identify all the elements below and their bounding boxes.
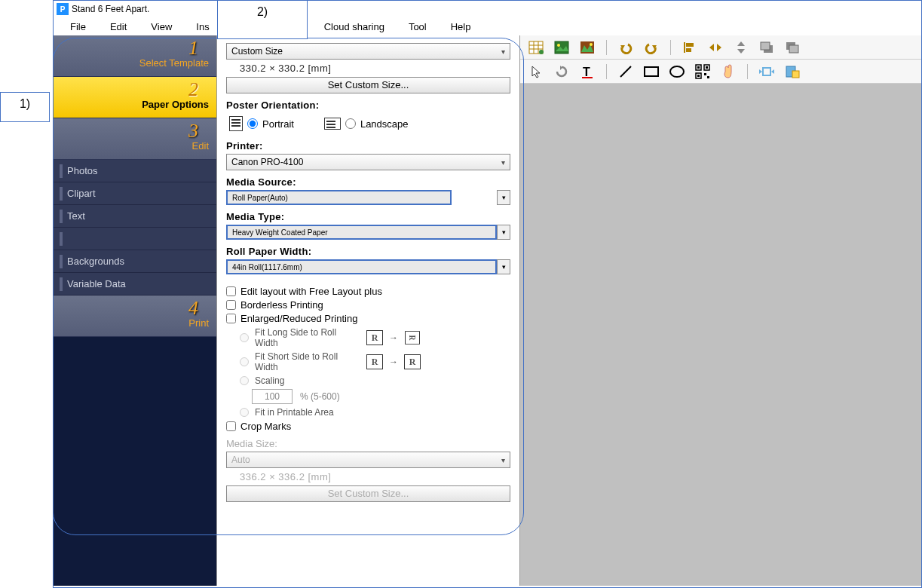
fit-printable-radio[interactable]: Fit in Printable Area (240, 407, 510, 418)
step-select-template[interactable]: 1 Select Template (54, 35, 216, 77)
svg-point-7 (557, 44, 560, 47)
borderless-checkbox[interactable] (226, 300, 236, 310)
svg-rect-29 (707, 76, 709, 78)
callout-2: 2) (217, 0, 308, 39)
chevron-down-icon[interactable]: ▾ (497, 259, 510, 274)
sidebar-item-clipart[interactable]: Clipart (54, 182, 216, 205)
enlarged-reduced-checkbox[interactable] (226, 314, 236, 323)
chevron-down-icon[interactable]: ▾ (497, 225, 510, 240)
titlebar: P Stand 6 Feet Apart. rArtist (54, 1, 921, 17)
fit-short-side-radio[interactable]: Fit Short Side to Roll Width R → R (240, 351, 510, 372)
svg-point-9 (590, 43, 593, 46)
undo-icon[interactable] (616, 38, 636, 57)
r-rotated-icon: R (405, 331, 420, 345)
r-icon: R (404, 354, 421, 369)
media-size-label: Media Size: (226, 438, 510, 449)
sidebar-item-variable-data[interactable]: Variable Data (54, 273, 216, 296)
text-icon[interactable]: T (577, 63, 597, 81)
landscape-radio[interactable] (345, 118, 356, 129)
menu-help[interactable]: Help (439, 20, 483, 34)
svg-rect-16 (789, 45, 798, 53)
portrait-icon (229, 116, 243, 131)
properties-icon[interactable] (783, 63, 802, 81)
menu-view[interactable]: View (139, 20, 184, 34)
flip-horizontal-icon[interactable] (706, 38, 725, 57)
app-window: P Stand 6 Feet Apart. rArtist File Edit … (53, 0, 922, 588)
media-size-dim: 336.2 × 336.2 [mm] (226, 468, 510, 485)
arrow-right-icon: → (389, 357, 398, 367)
qr-code-icon[interactable] (693, 63, 712, 81)
sidebar-item-backgrounds[interactable]: Backgrounds (54, 250, 216, 273)
set-custom-size-button-2: Set Custom Size... (226, 485, 510, 502)
step-label: Select Template (139, 57, 209, 69)
svg-rect-32 (792, 71, 799, 78)
resize-icon[interactable] (757, 63, 777, 81)
svg-point-21 (670, 66, 684, 77)
step-label: Paper Options (142, 99, 209, 110)
orientation-landscape[interactable]: Landscape (324, 118, 409, 130)
media-type-select[interactable]: Heavy Weight Coated Paper (226, 225, 497, 240)
ellipse-icon[interactable] (667, 63, 687, 81)
menu-file[interactable]: File (58, 20, 98, 34)
bring-front-icon[interactable] (757, 38, 777, 57)
media-source-select[interactable]: Roll Paper(Auto) (226, 190, 452, 205)
scale-input[interactable]: 100 (252, 389, 293, 404)
set-custom-size-button[interactable]: Set Custom Size... (226, 77, 510, 93)
align-left-icon[interactable] (680, 38, 700, 57)
portrait-radio[interactable] (247, 118, 258, 129)
free-layout-checkbox[interactable] (226, 286, 236, 296)
svg-rect-20 (645, 67, 658, 76)
rotate-icon[interactable] (552, 63, 571, 81)
flip-vertical-icon[interactable] (731, 38, 751, 57)
scaling-radio[interactable]: Scaling (240, 375, 510, 386)
step-paper-options[interactable]: 2 Paper Options (54, 77, 216, 118)
menu-edit[interactable]: Edit (98, 20, 139, 34)
fit-long-side-radio[interactable]: Fit Long Side to Roll Width R → R (240, 327, 510, 348)
svg-rect-28 (704, 73, 706, 75)
line-icon[interactable] (616, 63, 636, 81)
menu-insert[interactable]: Ins (184, 20, 221, 34)
step-print[interactable]: 4 Print (54, 296, 216, 337)
poster-size-dim: 330.2 × 330.2 [mm] (226, 60, 510, 77)
app-icon: P (57, 3, 69, 15)
canvas[interactable] (520, 84, 921, 586)
sidebar-item-blank[interactable] (54, 228, 216, 250)
media-type-label: Media Type: (226, 211, 510, 222)
poster-orientation-label: Poster Orientation: (226, 100, 510, 111)
redo-icon[interactable] (642, 38, 661, 57)
svg-rect-14 (761, 42, 770, 50)
hand-icon[interactable] (718, 63, 738, 81)
toolbar-secondary: T (520, 60, 921, 84)
rectangle-icon[interactable] (642, 63, 661, 81)
sidebar-item-photos[interactable]: Photos (54, 160, 216, 182)
menu-cloud-sharing[interactable]: Cloud sharing (312, 20, 397, 34)
svg-rect-27 (697, 75, 700, 77)
mountains-icon[interactable] (577, 38, 597, 57)
media-size-dropdown: Auto ▾ (226, 452, 510, 468)
orientation-portrait[interactable]: Portrait (229, 116, 294, 131)
roll-width-select[interactable]: 44in Roll(1117.6mm) (226, 259, 497, 274)
printer-dropdown[interactable]: Canon PRO-4100 ▾ (226, 154, 510, 170)
svg-rect-12 (686, 48, 691, 52)
pointer-icon[interactable] (526, 63, 546, 81)
step-edit[interactable]: 3 Edit (54, 118, 216, 160)
r-icon: R (366, 354, 383, 369)
send-back-icon[interactable] (783, 38, 802, 57)
chevron-down-icon: ▾ (501, 158, 505, 167)
svg-text:T: T (583, 66, 590, 78)
grid-icon[interactable] (526, 38, 546, 57)
chevron-down-icon[interactable]: ▾ (497, 190, 510, 205)
canvas-area: T (520, 35, 921, 586)
printer-label: Printer: (226, 140, 510, 152)
poster-size-dropdown[interactable]: Custom Size ▾ (226, 43, 510, 60)
image-icon[interactable] (552, 38, 571, 57)
svg-line-19 (620, 66, 631, 77)
svg-rect-25 (706, 66, 708, 69)
r-icon: R (366, 330, 383, 345)
media-source-label: Media Source: (226, 176, 510, 188)
crop-marks-checkbox[interactable] (226, 421, 236, 431)
sidebar-item-text[interactable]: Text (54, 205, 216, 228)
menu-tool[interactable]: Tool (397, 20, 439, 34)
sidebar: 1 Select Template 2 Paper Options 3 Edit… (54, 35, 216, 586)
arrow-right-icon: → (389, 332, 398, 343)
